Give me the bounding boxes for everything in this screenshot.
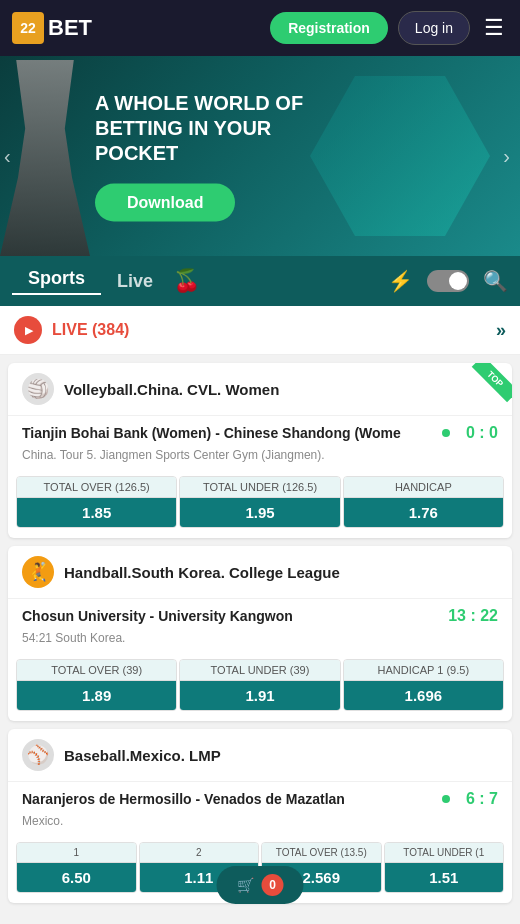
- volleyball-sport-icon: 🏐: [22, 373, 54, 405]
- odds-label-2: HANDICAP: [344, 477, 503, 498]
- odds-value-1: 1.95: [180, 498, 339, 527]
- handball-odds-value-0: 1.89: [17, 681, 176, 710]
- baseball-odds-cell-0[interactable]: 1 6.50: [16, 842, 137, 893]
- cart-count: 0: [262, 874, 284, 896]
- card-handball: 🤾 Handball.South Korea. College League C…: [8, 546, 512, 721]
- logo: 22 BET: [12, 12, 92, 44]
- handball-info: 54:21 South Korea.: [8, 629, 512, 653]
- logo-text: BET: [48, 15, 92, 41]
- baseball-match: Naranjeros de Hermosillo - Venados de Ma…: [8, 782, 512, 812]
- odds-value-0: 1.85: [17, 498, 176, 527]
- volleyball-title: Volleyball.China. CVL. Women: [64, 381, 279, 398]
- volleyball-info: China. Tour 5. Jiangmen Sports Center Gy…: [8, 446, 512, 470]
- banner: ‹ A WHOLE WORLD OF BETTING IN YOUR POCKE…: [0, 56, 520, 256]
- score-live-dot: [442, 429, 450, 437]
- handball-odds-cell-0[interactable]: TOTAL OVER (39) 1.89: [16, 659, 177, 711]
- odds-label-0: TOTAL OVER (126.5): [17, 477, 176, 498]
- handball-odds-cell-1[interactable]: TOTAL UNDER (39) 1.91: [179, 659, 340, 711]
- handball-odds-label-1: TOTAL UNDER (39): [180, 660, 339, 681]
- handball-score: 13 : 22: [448, 607, 498, 625]
- download-button[interactable]: Download: [95, 184, 235, 222]
- volleyball-score-value: 0 : 0: [466, 424, 498, 442]
- baseball-odds-label-0: 1: [17, 843, 136, 863]
- banner-person: [0, 60, 90, 256]
- baseball-score-dot: [442, 795, 450, 803]
- banner-next-arrow-icon[interactable]: ›: [503, 145, 510, 168]
- handball-odds-cell-2[interactable]: HANDICAP 1 (9.5) 1.696: [343, 659, 504, 711]
- handball-odds: TOTAL OVER (39) 1.89 TOTAL UNDER (39) 1.…: [8, 653, 512, 721]
- baseball-sport-icon: ⚾: [22, 739, 54, 771]
- menu-hamburger-icon[interactable]: ☰: [480, 11, 508, 45]
- cherry-icon[interactable]: 🍒: [173, 268, 200, 294]
- handball-match: Chosun University - University Kangwon 1…: [8, 599, 512, 629]
- header-right: Registration Log in ☰: [270, 11, 508, 45]
- odds-cell-0[interactable]: TOTAL OVER (126.5) 1.85: [16, 476, 177, 528]
- baseball-odds-cell-3[interactable]: TOTAL UNDER (1 1.51: [384, 842, 505, 893]
- handball-odds-label-2: HANDICAP 1 (9.5): [344, 660, 503, 681]
- filter-icon[interactable]: ⚡: [388, 269, 413, 293]
- odds-label-1: TOTAL UNDER (126.5): [180, 477, 339, 498]
- handball-teams: Chosun University - University Kangwon: [22, 608, 440, 624]
- baseball-odds-value-0: 6.50: [17, 863, 136, 892]
- live-toggle[interactable]: [427, 270, 469, 292]
- banner-hex-decoration: [310, 76, 490, 236]
- baseball-info: Mexico.: [8, 812, 512, 836]
- cart-badge[interactable]: 🛒 0: [217, 866, 304, 904]
- logo-icon: 22: [12, 12, 44, 44]
- baseball-odds-label-3: TOTAL UNDER (1: [385, 843, 504, 863]
- handball-odds-label-0: TOTAL OVER (39): [17, 660, 176, 681]
- volleyball-odds: TOTAL OVER (126.5) 1.85 TOTAL UNDER (126…: [8, 470, 512, 538]
- odds-value-2: 1.76: [344, 498, 503, 527]
- odds-cell-2[interactable]: HANDICAP 1.76: [343, 476, 504, 528]
- baseball-odds-label-1: 2: [140, 843, 259, 863]
- handball-odds-value-1: 1.91: [180, 681, 339, 710]
- registration-button[interactable]: Registration: [270, 12, 388, 44]
- live-count-label: LIVE (384): [52, 321, 129, 339]
- nav-right: ⚡ 🔍: [388, 269, 508, 293]
- baseball-odds-label-2: TOTAL OVER (13.5): [262, 843, 381, 863]
- baseball-teams: Naranjeros de Hermosillo - Venados de Ma…: [22, 791, 442, 807]
- header: 22 BET Registration Log in ☰: [0, 0, 520, 56]
- baseball-score-value: 6 : 7: [466, 790, 498, 808]
- handball-sport-icon: 🤾: [22, 556, 54, 588]
- login-button[interactable]: Log in: [398, 11, 470, 45]
- cart-icon: 🛒: [237, 877, 254, 893]
- baseball-odds-value-3: 1.51: [385, 863, 504, 892]
- card-volleyball: 🏐 Volleyball.China. CVL. Women Tianjin B…: [8, 363, 512, 538]
- tab-sports[interactable]: Sports: [12, 268, 101, 295]
- banner-prev-arrow-icon[interactable]: ‹: [4, 145, 11, 168]
- live-bar: LIVE (384) »: [0, 306, 520, 355]
- handball-odds-value-2: 1.696: [344, 681, 503, 710]
- live-indicator-icon: [14, 316, 42, 344]
- card-header-handball: 🤾 Handball.South Korea. College League: [8, 546, 512, 599]
- card-header-volleyball: 🏐 Volleyball.China. CVL. Women: [8, 363, 512, 416]
- search-icon[interactable]: 🔍: [483, 269, 508, 293]
- tab-live[interactable]: Live: [101, 271, 169, 292]
- odds-cell-1[interactable]: TOTAL UNDER (126.5) 1.95: [179, 476, 340, 528]
- banner-tagline: A WHOLE WORLD OF BETTING IN YOUR POCKET: [95, 91, 303, 166]
- live-more-arrow-icon[interactable]: »: [496, 320, 506, 341]
- volleyball-score: 0 : 0: [442, 424, 498, 442]
- volleyball-match: Tianjin Bohai Bank (Women) - Chinese Sha…: [8, 416, 512, 446]
- toggle-knob: [449, 272, 467, 290]
- baseball-score: 6 : 7: [442, 790, 498, 808]
- top-badge: [460, 363, 512, 415]
- volleyball-teams: Tianjin Bohai Bank (Women) - Chinese Sha…: [22, 425, 442, 441]
- handball-title: Handball.South Korea. College League: [64, 564, 340, 581]
- banner-content: A WHOLE WORLD OF BETTING IN YOUR POCKET …: [95, 91, 303, 222]
- baseball-title: Baseball.Mexico. LMP: [64, 747, 221, 764]
- card-header-baseball: ⚾ Baseball.Mexico. LMP: [8, 729, 512, 782]
- nav-tabs: Sports Live 🍒 ⚡ 🔍: [0, 256, 520, 306]
